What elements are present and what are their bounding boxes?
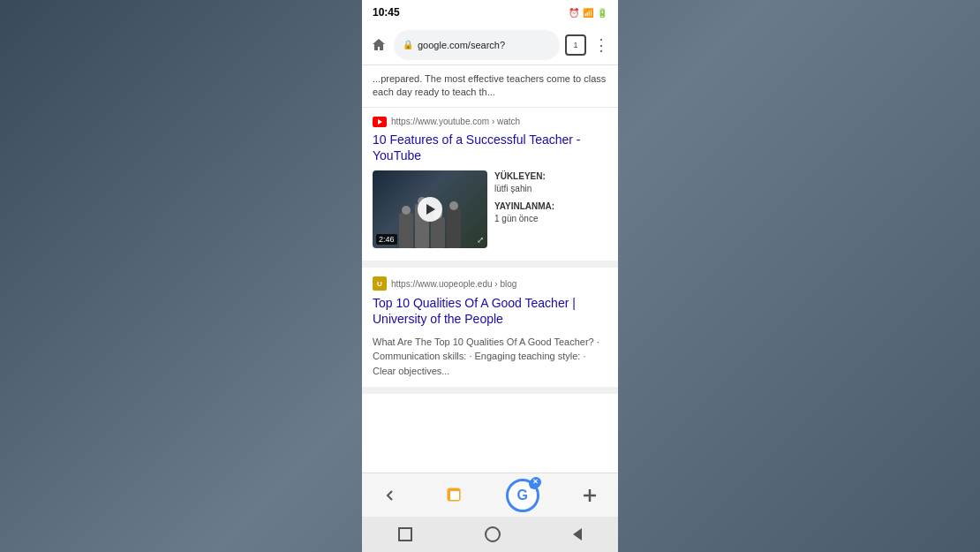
status-icons: ⏰ 📶 🔋 xyxy=(569,8,607,18)
battery-icon: 🔋 xyxy=(597,8,607,18)
play-button[interactable] xyxy=(418,197,442,222)
top-snippet: ...prepared. The most effective teachers… xyxy=(362,65,618,108)
figure-1 xyxy=(399,213,413,248)
uploader-label: YÜKLEYEN: xyxy=(494,170,554,183)
more-button[interactable]: ⋮ xyxy=(592,34,611,57)
uploader-row: YÜKLEYEN: lütfi şahin xyxy=(494,170,554,195)
signal-icon: 📶 xyxy=(583,8,593,18)
url-box[interactable]: 🔒 google.com/search? xyxy=(394,30,560,60)
figure-4 xyxy=(447,208,461,248)
address-bar: 🔒 google.com/search? 1 ⋮ xyxy=(362,25,618,65)
recent-icon xyxy=(398,527,412,541)
tab-button[interactable]: 1 xyxy=(565,34,586,56)
phone-screen: 10:45 ⏰ 📶 🔋 🔒 google.com/search? 1 ⋮ ...… xyxy=(362,0,618,552)
status-time: 10:45 xyxy=(373,6,400,19)
home-button[interactable] xyxy=(369,35,388,55)
status-bar: 10:45 ⏰ 📶 🔋 xyxy=(362,0,618,25)
figure-3 xyxy=(431,217,445,248)
bottom-nav-bar: G ✕ xyxy=(362,473,618,517)
tab-count: 1 xyxy=(573,41,577,49)
alarm-icon: ⏰ xyxy=(569,8,579,18)
svg-rect-1 xyxy=(450,491,459,500)
android-recent-button[interactable] xyxy=(398,527,412,541)
uopeople-url: https://www.uopeople.edu › blog xyxy=(391,279,516,289)
published-row: YAYINLANMA: 1 gün önce xyxy=(494,200,554,225)
result-source-youtube: https://www.youtube.com › watch xyxy=(373,117,607,127)
play-triangle xyxy=(426,204,435,215)
uploader-name: lütfi şahin xyxy=(494,183,554,195)
youtube-result-title[interactable]: 10 Features of a Successful Teacher - Yo… xyxy=(373,132,607,163)
google-button-wrapper[interactable]: G ✕ xyxy=(506,479,539,512)
nav-back-button[interactable] xyxy=(376,481,404,510)
android-back-button[interactable] xyxy=(573,528,582,541)
video-thumbnail[interactable]: 2:46 ⤢ xyxy=(373,170,487,248)
top-snippet-text: ...prepared. The most effective teachers… xyxy=(373,73,606,97)
youtube-play-triangle xyxy=(378,119,382,125)
content-area: ...prepared. The most effective teachers… xyxy=(362,65,618,473)
youtube-result-card: https://www.youtube.com › watch 10 Featu… xyxy=(362,108,618,268)
home-icon xyxy=(485,526,501,542)
uopeople-result-title[interactable]: Top 10 Qualities Of A Good Teacher | Uni… xyxy=(373,295,607,327)
android-home-button[interactable] xyxy=(485,526,501,542)
youtube-url: https://www.youtube.com › watch xyxy=(391,117,520,126)
url-text: google.com/search? xyxy=(418,40,505,50)
nav-tab-button[interactable] xyxy=(441,481,469,510)
lock-icon: 🔒 xyxy=(403,40,413,49)
video-duration: 2:46 xyxy=(376,234,397,245)
back-icon xyxy=(573,528,582,541)
uopeople-icon: U xyxy=(373,276,387,291)
nav-plus-button[interactable] xyxy=(576,481,604,510)
video-meta: YÜKLEYEN: lütfi şahin YAYINLANMA: 1 gün … xyxy=(494,170,554,248)
published-date: 1 gün önce xyxy=(494,213,554,225)
youtube-icon xyxy=(373,117,387,127)
notification-badge: ✕ xyxy=(531,477,541,488)
result-source-uop: U https://www.uopeople.edu › blog xyxy=(373,276,607,291)
uopeople-snippet: What Are The Top 10 Qualities Of A Good … xyxy=(373,335,607,379)
expand-icon: ⤢ xyxy=(477,235,484,245)
android-nav-bar xyxy=(362,517,618,552)
uopeople-result-card: U https://www.uopeople.edu › blog Top 10… xyxy=(362,268,618,394)
published-label: YAYINLANMA: xyxy=(494,200,554,213)
video-area: 2:46 ⤢ YÜKLEYEN: lütfi şahin YAYINLANMA:… xyxy=(373,170,607,248)
g-letter: G xyxy=(516,488,527,503)
